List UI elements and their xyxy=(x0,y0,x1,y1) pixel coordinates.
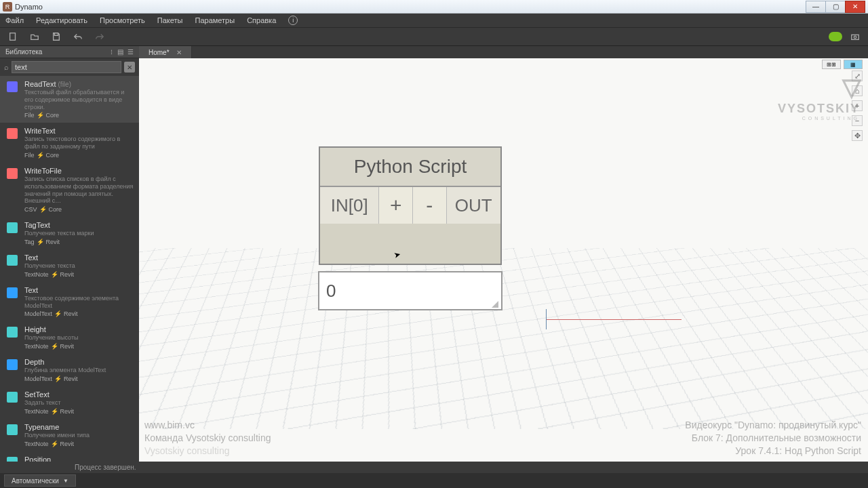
node-remove-input-button[interactable]: - xyxy=(413,187,447,224)
result-desc: Запись текстового содержимого в файл по … xyxy=(24,136,134,150)
menu-edit[interactable]: Редактировать xyxy=(36,16,87,24)
result-title: Typename xyxy=(24,423,134,431)
tab-bar: Home* ✕ xyxy=(139,46,868,58)
filter-icon[interactable]: ⫶ xyxy=(110,48,113,56)
undo-icon[interactable] xyxy=(72,30,84,43)
tab-close-icon[interactable]: ✕ xyxy=(176,49,182,56)
result-path: TextNote⚡Revit xyxy=(24,271,134,278)
app-icon: R xyxy=(3,2,12,12)
graph-canvas[interactable]: ⊞⊞ ▦ ⤢ ⌂ + − ✥ Python Script IN[0] + - O… xyxy=(139,58,868,462)
library-title: Библиотека xyxy=(5,48,42,56)
svg-point-2 xyxy=(854,36,856,39)
axis-y xyxy=(546,309,547,329)
clear-search-button[interactable]: ✕ xyxy=(124,62,135,73)
node-type-icon xyxy=(7,424,18,435)
result-path: TextNote⚡Revit xyxy=(24,343,134,350)
result-desc: Получение текста xyxy=(24,262,134,270)
status-text: Процесс завершен. xyxy=(75,464,136,471)
redo-icon[interactable] xyxy=(94,30,106,43)
result-path: TextNote⚡Revit xyxy=(24,408,134,415)
result-title: Position xyxy=(24,455,134,462)
watch-node[interactable]: 0 xyxy=(318,271,502,310)
result-path: Tag⚡Revit xyxy=(24,239,134,245)
menu-packages[interactable]: Пакеты xyxy=(157,16,183,24)
new-file-icon[interactable] xyxy=(7,30,19,43)
minimize-button[interactable]: — xyxy=(806,1,826,13)
node-type-icon xyxy=(7,287,18,298)
toolbar xyxy=(0,27,868,46)
chevron-down-icon: ▼ xyxy=(63,478,68,484)
view-3d-button[interactable]: ▦ xyxy=(844,60,863,69)
node-title: Python Script xyxy=(320,148,500,187)
result-title: Depth xyxy=(24,358,134,366)
svg-rect-1 xyxy=(852,35,859,39)
result-item[interactable]: TagText Получение текста маркиTag⚡Revit xyxy=(0,217,139,249)
cloud-icon[interactable] xyxy=(829,32,842,41)
python-script-node[interactable]: Python Script IN[0] + - OUT xyxy=(319,146,502,265)
camera-icon[interactable] xyxy=(849,30,861,43)
node-type-icon xyxy=(7,168,18,179)
list-icon[interactable]: ☰ xyxy=(127,48,134,56)
result-path: ModelText⚡Revit xyxy=(24,375,134,382)
node-type-icon xyxy=(7,392,18,403)
node-type-icon xyxy=(7,81,18,92)
search-results: ReadText (file)Текстовый файл обрабатыва… xyxy=(0,76,139,462)
node-type-icon xyxy=(7,359,18,370)
result-path: TextNote⚡Revit xyxy=(24,441,134,447)
result-item[interactable]: Typename Получение имени типаTextNote⚡Re… xyxy=(0,419,139,451)
result-item[interactable]: Text Получение текстаTextNote⚡Revit xyxy=(0,249,139,282)
result-desc: Текстовое содержимое элемента ModelText xyxy=(24,295,134,310)
result-path: File⚡Core xyxy=(24,112,134,119)
result-title: SetText xyxy=(24,390,134,399)
library-header: Библиотека ⫶ ▤ ☰ xyxy=(0,46,139,58)
node-type-icon xyxy=(7,327,18,338)
resize-handle-icon[interactable] xyxy=(492,301,498,308)
close-button[interactable]: ✕ xyxy=(845,1,865,13)
run-mode-label: Автоматически xyxy=(12,477,59,485)
status-bar: Процесс завершен. xyxy=(0,462,868,473)
result-title: Height xyxy=(24,325,134,333)
view-graph-button[interactable]: ⊞⊞ xyxy=(822,60,841,69)
result-item[interactable]: Text Текстовое содержимое элемента Model… xyxy=(0,282,139,322)
result-path: CSV⚡Core xyxy=(24,206,134,213)
result-desc: Получение текста марки xyxy=(24,230,134,237)
tree-icon[interactable]: ▤ xyxy=(117,48,123,56)
maximize-button[interactable]: ▢ xyxy=(825,1,846,13)
watermark-bottom-left: www.bim.vc Команда Vysotskiy consulting … xyxy=(144,419,271,458)
window-titlebar: R Dynamo — ▢ ✕ xyxy=(0,0,868,14)
node-type-icon xyxy=(7,128,18,139)
tab-label: Home* xyxy=(149,49,170,56)
pan-icon[interactable]: ✥ xyxy=(852,130,863,141)
node-body xyxy=(320,224,500,264)
menu-help[interactable]: Справка xyxy=(247,16,276,24)
result-item[interactable]: WriteToFile Запись списка списков в файл… xyxy=(0,163,139,217)
tab-home[interactable]: Home* ✕ xyxy=(139,46,192,58)
result-title: ReadText (file) xyxy=(24,80,134,88)
menu-file[interactable]: Файл xyxy=(5,16,24,24)
search-input[interactable] xyxy=(12,61,121,73)
result-item[interactable]: Height Получение высотыTextNote⚡Revit xyxy=(0,321,139,354)
svg-rect-0 xyxy=(10,33,16,41)
menu-params[interactable]: Параметры xyxy=(195,16,235,24)
result-desc: Глубина элемента ModelText xyxy=(24,367,134,374)
save-icon[interactable] xyxy=(50,30,62,43)
result-item[interactable]: SetText Задать текстTextNote⚡Revit xyxy=(0,386,139,419)
result-item[interactable]: ReadText (file)Текстовый файл обрабатыва… xyxy=(0,76,139,123)
open-file-icon[interactable] xyxy=(28,30,41,43)
result-path: ModelText⚡Revit xyxy=(24,310,134,317)
result-item[interactable]: Position Положение элемента ModelTextMod… xyxy=(0,451,139,462)
node-output-port[interactable]: OUT xyxy=(447,187,500,224)
menu-view[interactable]: Просмотреть xyxy=(100,16,145,24)
search-row: ⌕ ✕ xyxy=(0,58,139,76)
result-item[interactable]: Depth Глубина элемента ModelTextModelTex… xyxy=(0,354,139,386)
info-icon[interactable]: i xyxy=(288,16,298,25)
run-mode-button[interactable]: Автоматически ▼ xyxy=(4,474,76,487)
canvas-area: Home* ✕ ⊞⊞ ▦ ⤢ ⌂ + − ✥ Python Script xyxy=(139,46,868,462)
result-item[interactable]: WriteText Запись текстового содержимого … xyxy=(0,123,139,163)
result-title: WriteText xyxy=(24,127,134,135)
result-desc: Получение высоты xyxy=(24,334,134,342)
node-add-input-button[interactable]: + xyxy=(379,187,413,224)
node-type-icon xyxy=(7,457,18,462)
window-title: Dynamo xyxy=(15,3,43,11)
node-input-port[interactable]: IN[0] xyxy=(320,187,379,224)
